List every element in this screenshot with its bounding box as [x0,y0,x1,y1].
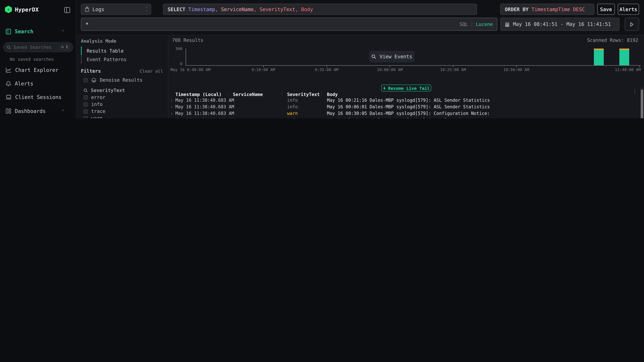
y-axis-max-label: 360 [172,46,182,51]
x-tick-label: 10:00:00 AM [377,67,403,72]
results-area: 708 Results Scanned Rows: 8192 360 0 May… [168,35,644,118]
sidebar-item-search[interactable]: Search ⌃ [6,28,34,34]
row-expand-chevron-icon[interactable]: › [168,98,175,102]
sidebar-collapse-icon[interactable] [64,7,70,13]
x-tick-mark [640,66,640,67]
row-expand-chevron-icon[interactable]: › [168,118,175,118]
severity-filter-group-header[interactable]: SeverityText [83,87,157,93]
histogram-bar-11-35-00-AM[interactable] [619,35,629,65]
time-range-picker[interactable]: May 16 08:41:51 - May 16 11:41:51 [500,18,620,31]
laptop-icon [6,95,12,100]
table-row[interactable]: ›May 16 11:38:40.683 AMinfoASL Module "c… [168,117,642,118]
order-by-input[interactable]: ORDER BY TimestampTime DESC [500,4,594,15]
hyperdx-app: ⚡ HyperDX Search ⌃ Saved Searches ⌘ K No… [0,0,644,118]
table-header: Timestamp (Local)⋮ ServiceName⋮ Severity… [168,92,639,97]
query-column: SeverityText [260,6,295,12]
column-resize-handle[interactable]: ⋮ [226,92,230,96]
x-tick-label: 10:25:00 AM [440,67,466,72]
query-comma: , [254,6,260,12]
query-keyword: SELECT [168,6,188,12]
save-button[interactable]: Save [597,4,615,15]
bar-segment-info [619,50,629,65]
chart-icon [6,67,12,73]
col-severitytext[interactable]: SeverityText⋮ [287,92,327,97]
alerts-button[interactable]: Alerts [618,4,639,15]
search-query-input[interactable]: * SQL|Lucene [81,18,497,31]
order-keyword: ORDER BY [505,6,532,12]
sidebar-item-chart-explorer[interactable]: Chart Explorer [6,67,58,73]
saved-searches-input[interactable]: Saved Searches ⌘ K [3,42,73,52]
checkbox[interactable] [83,95,88,100]
view-events-button[interactable]: View Events [369,51,414,62]
sidebar-item-dashboards[interactable]: Dashboards⌃ [6,108,46,114]
lightning-icon [383,86,386,90]
time-range-value: May 16 08:41:51 - May 16 11:41:51 [513,21,611,27]
toggle-divider: | [470,21,473,27]
column-resize-handle[interactable]: ⋮ [320,92,324,96]
bar-segment-error [619,48,629,49]
cell-timestamp: May 16 11:38:40.683 AM [175,111,233,116]
checkbox[interactable] [83,116,88,118]
bell-icon [6,81,11,86]
sidebar-item-label: Client Sessions [15,94,62,100]
cell-severity: info [287,117,327,118]
row-expand-chevron-icon[interactable]: › [168,105,175,109]
brand-logo[interactable]: ⚡ HyperDX [5,6,39,13]
severity-option-trace[interactable]: trace [83,108,105,114]
table-row[interactable]: ›May 16 11:38:40.683 AMinfoMay 16 00:21:… [168,97,642,103]
no-saved-searches-text: No saved searches [10,56,54,61]
severity-option-warn[interactable]: warn [83,115,102,118]
col-servicename[interactable]: ServiceName⋮ [233,92,287,97]
sidebar-item-label: Search [15,28,33,34]
table-row[interactable]: ›May 16 11:38:40.683 AMwarnMay 16 00:30:… [168,110,642,117]
denoise-filter[interactable]: Denoise Results [83,77,142,83]
results-count: 708 Results [172,37,204,43]
severity-option-info[interactable]: info [83,101,102,107]
x-tick-mark [263,66,264,67]
table-row[interactable]: ›May 16 11:38:40.683 AMinfoMay 16 00:06:… [168,103,642,110]
query-comma: , [295,6,301,12]
severity-option-error[interactable]: error [83,94,105,100]
scrollbar-thumb[interactable] [641,89,643,118]
checkbox-label: warn [91,115,103,118]
mode-tab-event-patterns[interactable]: Event Patterns [81,55,159,63]
scrollbar[interactable] [640,88,644,118]
source-select[interactable]: Logs ⌃⌄ [81,4,151,15]
search-icon [83,88,88,93]
checkbox[interactable] [83,109,88,114]
brand-name: HyperDX [15,6,39,13]
chevron-up-icon: ⌃ [62,109,64,113]
mode-tab-results-table[interactable]: Results Table [81,46,159,55]
cell-body: May 16 00:21:16 Dales-MBP syslogd[579]: … [327,97,642,103]
x-tick-label: 11:40:00 AM [615,67,641,72]
toggle-sql[interactable]: SQL [460,21,468,27]
clear-all-link[interactable]: Clear all [140,68,163,73]
histogram-bar-11-25-00-AM[interactable] [594,35,604,65]
checkbox[interactable] [83,102,88,107]
denoise-label: Denoise Results [100,77,142,83]
resume-live-tail-button[interactable]: Resume Live Tail [381,85,431,92]
col-body[interactable]: Body [327,92,639,97]
sidebar-item-alerts[interactable]: Alerts [6,80,34,87]
search-query-value: * [86,21,460,27]
denoise-icon [91,77,96,83]
view-events-label: View Events [380,54,412,59]
row-expand-chevron-icon[interactable]: › [168,111,175,116]
source-select-value: Logs [92,6,143,12]
query-column: Body [301,6,313,12]
analysis-mode-label: Analysis Mode [81,39,116,44]
column-resize-handle[interactable]: ⋮ [280,92,284,96]
sidebar-item-client-sessions[interactable]: Client Sessions [6,94,62,100]
denoise-checkbox[interactable] [83,78,88,82]
search-icon [371,54,376,59]
live-tail-play-button[interactable] [625,18,639,31]
language-toggle[interactable]: SQL|Lucene [460,21,493,27]
checkbox-label: trace [91,108,106,114]
toggle-lucene[interactable]: Lucene [476,21,493,27]
checkbox-label: info [91,101,103,107]
col-timestamp[interactable]: Timestamp (Local)⋮ [175,92,233,97]
shortcut-badge: ⌘ K [60,45,70,50]
cell-timestamp: May 16 11:38:40.683 AM [175,104,233,109]
calendar-icon [505,21,510,27]
select-query-input[interactable]: SELECT Timestamp, ServiceName, SeverityT… [163,4,477,15]
